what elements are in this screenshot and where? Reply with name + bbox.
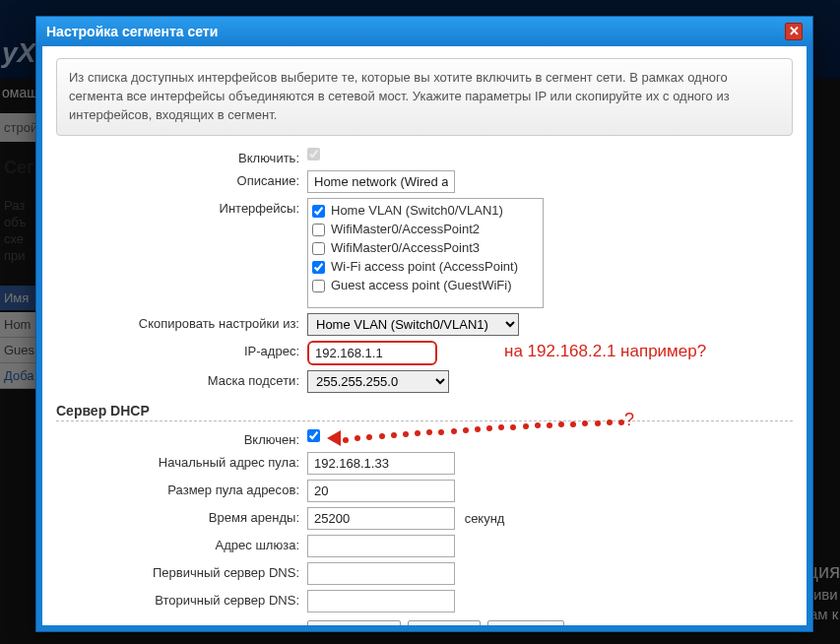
interface-item[interactable]: Guest access point (GuestWiFi)	[312, 276, 539, 294]
interface-checkbox[interactable]	[312, 242, 325, 255]
dns1-label: Первичный сервер DNS:	[56, 562, 307, 580]
interface-checkbox[interactable]	[312, 280, 325, 292]
dhcp-enabled-label: Включен:	[56, 429, 307, 447]
close-icon: ✕	[789, 24, 800, 38]
description-label: Описание:	[56, 170, 307, 188]
ip-label: IP-адрес:	[56, 341, 307, 358]
enable-checkbox	[307, 148, 320, 161]
gateway-input[interactable]	[307, 535, 455, 557]
mask-label: Маска подсети:	[56, 370, 307, 388]
interface-item[interactable]: WifiMaster0/AccessPoint3	[312, 238, 539, 257]
apply-button[interactable]: Применить	[307, 620, 401, 625]
spacer	[56, 620, 307, 623]
ip-address-input[interactable]	[307, 341, 437, 365]
interfaces-listbox[interactable]: Home VLAN (Switch0/VLAN1)WifiMaster0/Acc…	[307, 198, 544, 308]
dns-primary-input[interactable]	[307, 562, 455, 585]
info-panel: Из списка доступных интерфейсов выберите…	[56, 58, 793, 136]
description-input[interactable]	[307, 170, 455, 193]
modal-title-text: Настройка сегмента сети	[46, 17, 218, 46]
interface-checkbox[interactable]	[312, 261, 325, 274]
subnet-mask-select[interactable]: 255.255.255.0	[307, 370, 449, 393]
cancel-button[interactable]: Отмена	[408, 620, 482, 625]
pool-size-label: Размер пула адресов:	[56, 480, 307, 497]
annotation-ip-note: на 192.168.2.1 например?	[504, 342, 706, 361]
interface-checkbox[interactable]	[312, 205, 325, 218]
settings-form: Включить: Описание: Интерфейсы: Home VLA…	[56, 148, 793, 625]
dhcp-section-title: Сервер DHCP	[56, 403, 793, 419]
copy-from-label: Скопировать настройки из:	[56, 313, 307, 331]
interface-checkbox[interactable]	[312, 224, 325, 236]
pool-start-label: Начальный адрес пула:	[56, 452, 307, 470]
copy-from-select[interactable]: Home VLAN (Switch0/VLAN1)	[307, 313, 519, 336]
interface-label-text: WifiMaster0/AccessPoint3	[331, 240, 480, 255]
dhcp-enabled-checkbox[interactable]	[307, 429, 320, 442]
delete-button: Удалить	[487, 620, 564, 625]
interface-item[interactable]: WifiMaster0/AccessPoint2	[312, 220, 539, 238]
interface-item[interactable]: Home VLAN (Switch0/VLAN1)	[312, 201, 539, 220]
lease-label: Время аренды:	[56, 507, 307, 525]
modal-body: Из списка доступных интерфейсов выберите…	[42, 46, 807, 625]
gateway-label: Адрес шлюза:	[56, 535, 307, 552]
interface-label-text: Wi-Fi access point (AccessPoint)	[331, 259, 518, 274]
interfaces-label: Интерфейсы:	[56, 198, 307, 216]
dashed-separator	[56, 420, 793, 421]
seconds-label: секунд	[465, 511, 505, 526]
interface-label-text: Guest access point (GuestWiFi)	[331, 278, 512, 292]
interface-label-text: Home VLAN (Switch0/VLAN1)	[331, 203, 503, 218]
pool-start-input[interactable]	[307, 452, 455, 475]
dns2-label: Вторичный сервер DNS:	[56, 590, 307, 608]
enable-label: Включить:	[56, 148, 307, 165]
interface-item[interactable]: Wi-Fi access point (AccessPoint)	[312, 257, 539, 276]
close-button[interactable]: ✕	[785, 23, 803, 40]
dns-secondary-input[interactable]	[307, 590, 455, 612]
lease-time-input[interactable]	[307, 507, 455, 530]
modal-titlebar: Настройка сегмента сети ✕	[36, 17, 812, 46]
network-segment-settings-modal: Настройка сегмента сети ✕ Из списка дост…	[35, 16, 813, 632]
interface-label-text: WifiMaster0/AccessPoint2	[331, 222, 480, 236]
pool-size-input[interactable]	[307, 480, 455, 502]
